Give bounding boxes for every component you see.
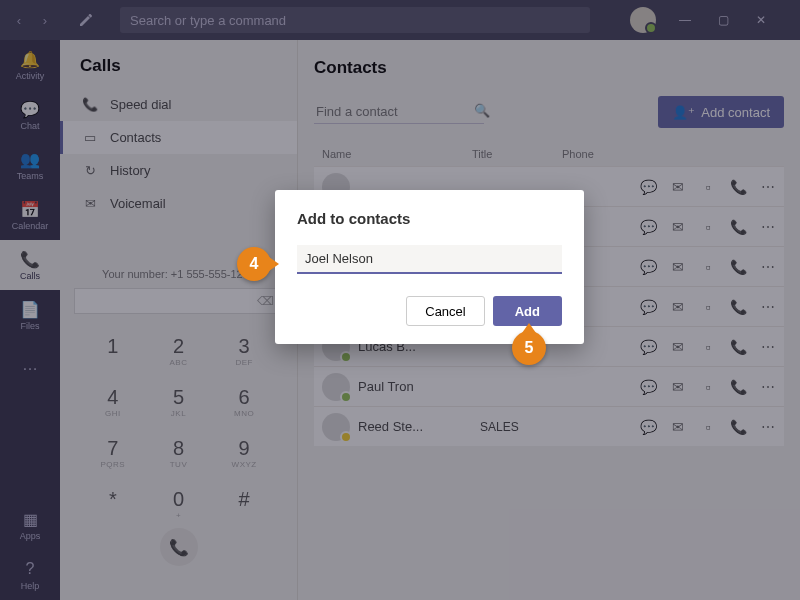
add-contact-dialog: Add to contacts Cancel Add — [275, 190, 584, 344]
cancel-button[interactable]: Cancel — [406, 296, 484, 326]
dialog-title: Add to contacts — [297, 210, 562, 227]
contact-name-input[interactable] — [297, 245, 562, 274]
callout-5: 5 — [512, 331, 546, 365]
callout-4: 4 — [237, 247, 271, 281]
add-button[interactable]: Add — [493, 296, 562, 326]
